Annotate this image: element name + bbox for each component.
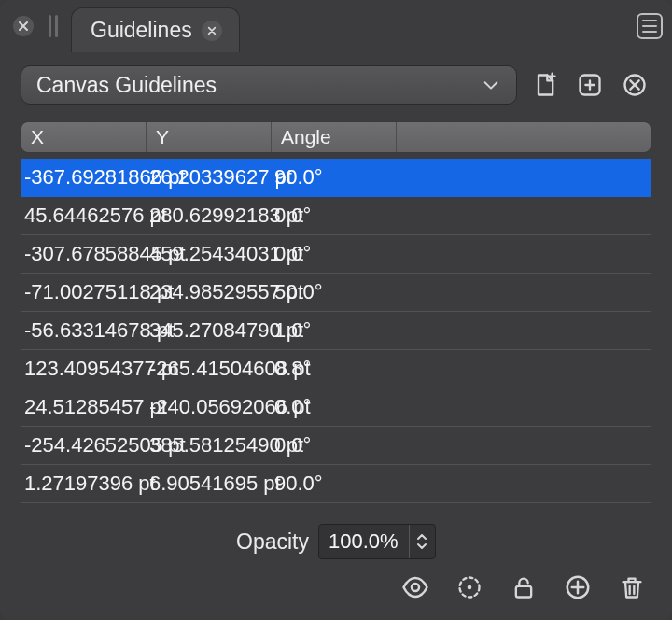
cell-angle: 0.0° [271,242,396,266]
cell-x: 123.40954377 pt [21,357,146,381]
chevron-up-icon [416,533,427,541]
x-circle-icon [622,72,648,98]
cell-angle: 0.8° [271,357,396,381]
lock-button[interactable] [508,571,539,603]
cell-y: 345.27084790 pt [146,318,271,343]
svg-rect-5 [516,586,531,598]
window-close-button[interactable] [13,16,34,36]
column-header-y[interactable]: Y [147,122,272,152]
table-row[interactable]: -56.63314678 pt345.27084790 pt1.0° [21,312,651,350]
cell-y: -265.41504608 pt [146,357,271,381]
panel-menu-button[interactable] [637,13,663,39]
delete-set-button[interactable] [618,68,651,102]
plus-circle-icon [564,573,592,601]
opacity-value: 100.0% [319,529,409,554]
cell-angle: 0.0° [271,395,396,419]
cell-angle: 90.0° [271,472,396,496]
visibility-button[interactable] [399,571,431,603]
close-icon [207,26,217,35]
cell-x: 24.51285457 pt [21,395,146,419]
guidelines-table: X Y Angle -367.69281866 pt26.20339627 pt… [21,121,651,503]
add-guideline-button[interactable] [562,571,594,603]
cell-x: 1.27197396 pt [21,472,146,496]
cell-x: -307.67858845 pt [21,242,146,266]
trash-icon [619,573,645,601]
chevron-down-icon [416,542,427,550]
cell-y: 280.62992183 pt [146,204,271,228]
cell-x: -71.00275118 pt [21,280,146,304]
cell-y: 26.20339627 pt [146,165,271,190]
table-row[interactable]: -307.67858845 pt459.25434031 pt0.0° [21,235,651,274]
column-header-spacer [397,122,651,152]
cell-angle: 50.0° [271,280,396,304]
svg-point-2 [412,584,419,591]
guideline-set-dropdown[interactable]: Canvas Guidelines [21,65,517,105]
table-row[interactable]: -71.00275118 pt234.98529557 pt50.0° [21,274,651,312]
add-set-button[interactable] [573,68,607,102]
cell-x: -367.69281866 pt [21,165,146,190]
eye-icon [401,573,429,601]
table-row[interactable]: 45.64462576 pt280.62992183 pt0.0° [21,197,651,235]
page-plus-icon [532,72,558,98]
plus-square-icon [577,72,603,98]
cell-angle: 90.0° [271,165,396,190]
target-dashed-icon [456,574,483,600]
tab-label: Guidelines [91,18,192,43]
dropdown-selected-label: Canvas Guidelines [36,73,481,98]
table-header: X Y Angle [21,121,651,153]
opacity-label: Opacity [236,529,309,555]
cell-angle: 0.0° [271,433,396,458]
cell-x: -56.63314678 pt [21,318,146,343]
table-row[interactable]: 1.27197396 pt6.90541695 pt90.0° [21,465,651,503]
opacity-field[interactable]: 100.0% [318,524,436,559]
close-icon [18,21,29,32]
cell-x: -254.42652505 pt [21,433,146,458]
cell-y: 234.98529557 pt [146,280,271,304]
cell-angle: 0.0° [271,204,396,228]
table-row[interactable]: -254.42652505 pt385.58125490 pt0.0° [21,427,651,465]
cell-y: -240.05692066 pt [146,395,271,419]
drag-handle[interactable] [49,15,58,37]
unlock-icon [511,574,537,600]
opacity-stepper[interactable] [409,525,435,558]
cell-y: 385.58125490 pt [146,433,271,458]
snap-button[interactable] [454,571,485,603]
cell-y: 6.90541695 pt [146,472,271,496]
column-header-angle[interactable]: Angle [272,122,397,152]
tab-guidelines[interactable]: Guidelines [71,7,240,52]
tab-close-button[interactable] [202,21,222,41]
column-header-x[interactable]: X [21,122,147,152]
new-file-button[interactable] [528,68,562,102]
table-row[interactable]: -367.69281866 pt26.20339627 pt90.0° [21,159,651,197]
cell-angle: 1.0° [271,318,396,343]
table-row[interactable]: 123.40954377 pt-265.41504608 pt0.8° [21,350,651,388]
cell-x: 45.64462576 pt [21,204,146,228]
svg-point-4 [468,585,472,590]
chevron-down-icon [481,75,501,95]
cell-y: 459.25434031 pt [146,242,271,266]
delete-guideline-button[interactable] [616,571,648,603]
table-row[interactable]: 24.51285457 pt-240.05692066 pt0.0° [21,388,651,427]
